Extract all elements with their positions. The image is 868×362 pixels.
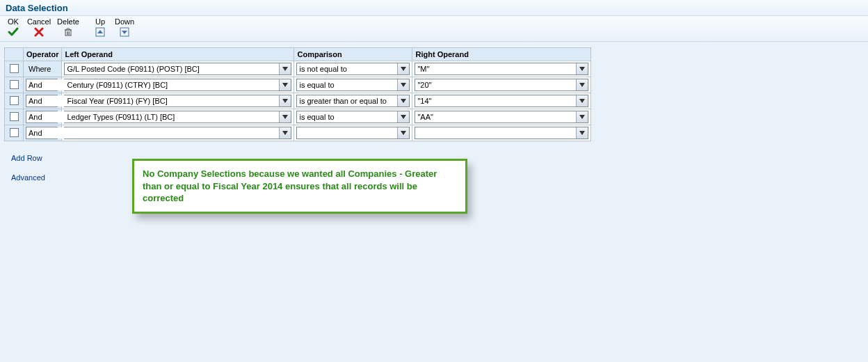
col-operator: Operator [24, 48, 62, 61]
left-operand-combo[interactable] [64, 63, 291, 75]
x-icon[interactable] [32, 26, 46, 38]
left-operand-combo[interactable] [64, 111, 291, 123]
right-operand-combo-input[interactable] [415, 79, 576, 90]
chevron-down-icon[interactable] [576, 127, 588, 139]
comparison-combo-input[interactable] [297, 127, 397, 139]
up-label: Up [95, 17, 105, 26]
trash-icon[interactable] [61, 26, 75, 38]
chevron-down-icon[interactable] [397, 95, 409, 107]
operator-combo[interactable] [26, 79, 58, 91]
ok-label: OK [8, 17, 19, 26]
page-title: Data Selection [0, 0, 868, 16]
chevron-down-icon[interactable] [576, 63, 588, 74]
left-operand-combo[interactable] [64, 95, 291, 107]
col-left-operand: Left Operand [62, 48, 294, 61]
left-operand-combo-input[interactable] [65, 63, 279, 74]
check-icon[interactable] [6, 26, 20, 38]
up-tool[interactable]: Up [92, 17, 108, 38]
operator-combo[interactable] [26, 95, 58, 107]
chevron-down-icon[interactable] [397, 79, 409, 90]
chevron-down-icon[interactable] [279, 111, 291, 123]
cancel-label: Cancel [27, 17, 51, 26]
comparison-combo[interactable] [296, 79, 410, 91]
criteria-row [5, 109, 591, 125]
right-operand-combo[interactable] [415, 111, 588, 123]
right-operand-combo[interactable] [415, 127, 588, 139]
left-operand-combo-input[interactable] [65, 79, 279, 90]
chevron-down-icon[interactable] [279, 95, 291, 107]
comparison-combo[interactable] [296, 111, 410, 123]
chevron-down-icon[interactable] [576, 95, 588, 107]
delete-tool[interactable]: Delete [56, 17, 81, 38]
chevron-down-icon[interactable] [397, 63, 409, 74]
criteria-row [5, 93, 591, 109]
col-right-operand: Right Operand [412, 48, 591, 61]
down-tool[interactable]: Down [113, 17, 136, 38]
operator-text: Where [26, 65, 51, 73]
annotation-callout: No Company Selections because we wanted … [132, 159, 467, 214]
comparison-combo-input[interactable] [297, 111, 397, 123]
comparison-combo-input[interactable] [297, 95, 397, 107]
toolbar: OK Cancel Delete Up Down [0, 16, 868, 42]
col-comparison: Comparison [294, 48, 412, 61]
right-operand-combo-input[interactable] [415, 95, 576, 107]
right-operand-combo[interactable] [415, 63, 588, 75]
col-check [5, 48, 24, 61]
cancel-tool[interactable]: Cancel [26, 17, 51, 38]
chevron-down-icon[interactable] [397, 127, 409, 139]
criteria-row [5, 77, 591, 93]
row-checkbox[interactable] [10, 112, 19, 121]
chevron-down-icon[interactable] [279, 127, 291, 139]
row-checkbox[interactable] [10, 128, 19, 137]
table-header-row: Operator Left Operand Comparison Right O… [5, 48, 591, 61]
operator-combo[interactable] [26, 111, 58, 123]
row-checkbox[interactable] [10, 64, 19, 73]
down-label: Down [115, 17, 134, 26]
comparison-combo-input[interactable] [297, 63, 397, 74]
comparison-combo[interactable] [296, 63, 410, 75]
comparison-combo-input[interactable] [297, 79, 397, 90]
left-operand-combo[interactable] [64, 127, 291, 139]
chevron-down-icon[interactable] [279, 63, 291, 74]
criteria-table: Operator Left Operand Comparison Right O… [4, 47, 591, 141]
chevron-down-icon[interactable] [279, 79, 291, 90]
ok-tool[interactable]: OK [4, 17, 22, 38]
arrow-down-icon[interactable] [118, 26, 131, 38]
chevron-down-icon[interactable] [576, 79, 588, 90]
criteria-row [5, 125, 591, 141]
delete-label: Delete [57, 17, 79, 26]
chevron-down-icon[interactable] [576, 111, 588, 123]
right-operand-combo-input[interactable] [415, 111, 576, 123]
left-operand-combo-input[interactable] [65, 111, 279, 123]
right-operand-combo-input[interactable] [415, 127, 576, 139]
right-operand-combo[interactable] [415, 79, 588, 91]
criteria-row: Where [5, 61, 591, 77]
row-checkbox[interactable] [10, 96, 19, 105]
comparison-combo[interactable] [296, 127, 410, 139]
left-operand-combo[interactable] [64, 79, 291, 91]
arrow-up-icon[interactable] [93, 26, 107, 38]
row-checkbox[interactable] [10, 80, 19, 89]
chevron-down-icon[interactable] [397, 111, 409, 123]
right-operand-combo-input[interactable] [415, 63, 576, 74]
operator-combo[interactable] [26, 127, 58, 139]
left-operand-combo-input[interactable] [65, 127, 279, 139]
comparison-combo[interactable] [296, 95, 410, 107]
left-operand-combo-input[interactable] [65, 95, 279, 107]
right-operand-combo[interactable] [415, 95, 588, 107]
